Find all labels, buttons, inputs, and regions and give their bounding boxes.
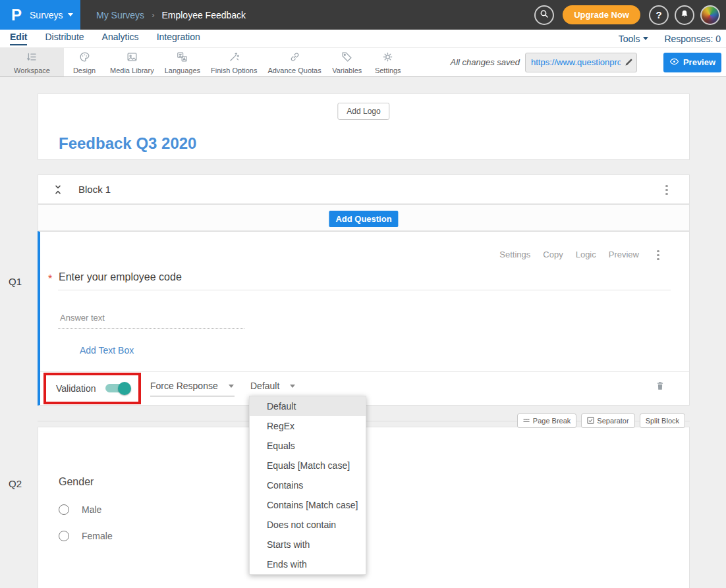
- question1-text[interactable]: Enter your employee code: [59, 271, 182, 283]
- force-response-value: Force Response: [150, 381, 218, 391]
- checkbox-icon: [587, 417, 594, 425]
- block-kebab-menu-icon[interactable]: [662, 184, 671, 196]
- dropdown-option-starts-with[interactable]: Starts with: [250, 535, 366, 554]
- tab-distribute[interactable]: Distribute: [45, 32, 84, 45]
- eye-icon: [669, 57, 679, 68]
- toolbar-item-label: Variables: [332, 67, 362, 74]
- separator-label: Separator: [597, 417, 628, 425]
- survey-title[interactable]: Feedback Q3 2020: [59, 134, 196, 153]
- radio-option-label: Male: [82, 504, 101, 515]
- validation-label: Validation: [56, 383, 96, 394]
- notifications-button[interactable]: [675, 5, 694, 25]
- validation-type-select[interactable]: Default: [250, 381, 290, 396]
- question1-card: Settings Copy Logic Preview * Enter your…: [38, 231, 690, 406]
- block-header: Block 1: [38, 174, 690, 204]
- tab-edit[interactable]: Edit: [10, 32, 27, 45]
- tab-analytics[interactable]: Analytics: [102, 32, 139, 45]
- delete-question-button[interactable]: [654, 379, 666, 392]
- question-preview-link[interactable]: Preview: [609, 250, 639, 259]
- help-button[interactable]: ?: [649, 5, 669, 25]
- tools-menu[interactable]: Tools: [619, 34, 649, 44]
- force-response-select[interactable]: Force Response: [150, 381, 235, 396]
- search-icon: [539, 9, 549, 22]
- breadcrumb: My Surveys › Employee Feedback: [96, 0, 246, 30]
- toolbar-item-media-library[interactable]: Media Library: [105, 48, 159, 76]
- top-header-bar: P Surveys My Surveys › Employee Feedback…: [0, 0, 726, 30]
- user-avatar[interactable]: [700, 5, 720, 25]
- toolbar-item-label: Design: [73, 67, 96, 74]
- chevron-down-icon: [229, 385, 234, 388]
- radio-option-male[interactable]: Male: [59, 504, 101, 515]
- radio-button-icon[interactable]: [59, 504, 69, 515]
- question-mark-icon: ?: [656, 9, 661, 20]
- dropdown-option-contains[interactable]: Contains: [250, 475, 366, 495]
- dropdown-option-equals[interactable]: Equals: [250, 436, 366, 456]
- question-kebab-menu-icon[interactable]: [654, 249, 663, 261]
- toolbar-item-finish-options[interactable]: Finish Options: [206, 48, 262, 76]
- survey-url-input[interactable]: [525, 53, 637, 72]
- split-block-label: Split Block: [646, 417, 679, 425]
- validation-toggle[interactable]: [105, 384, 130, 392]
- survey-url-box: [525, 53, 637, 72]
- upgrade-now-button[interactable]: Upgrade Now: [563, 5, 640, 24]
- chevron-down-icon: [68, 13, 73, 16]
- radio-button-icon[interactable]: [59, 531, 69, 541]
- responses-count[interactable]: Responses: 0: [664, 34, 721, 44]
- page-break-label: Page Break: [533, 417, 571, 425]
- tab-integration[interactable]: Integration: [157, 32, 200, 45]
- add-question-button[interactable]: Add Question: [329, 211, 398, 227]
- chain-link-icon: [289, 51, 301, 66]
- toolbar-item-design[interactable]: Design: [64, 48, 105, 76]
- toolbar-right-group: All changes saved Preview: [450, 48, 721, 76]
- edit-pencil-icon[interactable]: [624, 57, 634, 67]
- breadcrumb-current-survey: Employee Feedback: [161, 10, 246, 20]
- breadcrumb-separator: ›: [152, 10, 154, 20]
- toolbar-item-advance-quotas[interactable]: Advance Quotas: [262, 48, 326, 76]
- question2-code: Q2: [9, 478, 22, 489]
- answer-field-underline: [58, 328, 244, 329]
- questionpro-survey-editor: P Surveys My Surveys › Employee Feedback…: [0, 0, 726, 588]
- dropdown-option-does-not-contain[interactable]: Does not contain: [250, 515, 366, 535]
- dropdown-option-contains-match-case[interactable]: Contains [Match case]: [250, 495, 366, 515]
- preview-label: Preview: [683, 57, 715, 67]
- collapse-block-icon[interactable]: [52, 184, 64, 196]
- page-break-button[interactable]: Page Break: [517, 414, 576, 428]
- dropdown-option-ends-with[interactable]: Ends with: [250, 554, 366, 574]
- gear-icon: [381, 51, 394, 66]
- breadcrumb-my-surveys[interactable]: My Surveys: [96, 10, 144, 20]
- radio-option-female[interactable]: Female: [59, 531, 113, 541]
- add-logo-button[interactable]: Add Logo: [337, 103, 389, 120]
- toolbar-item-languages[interactable]: Languages: [159, 48, 206, 76]
- toggle-knob: [118, 382, 131, 395]
- survey-header-card: Add Logo Feedback Q3 2020: [38, 94, 690, 160]
- block-name[interactable]: Block 1: [78, 184, 111, 195]
- answer-text-placeholder[interactable]: Answer text: [60, 313, 105, 323]
- magic-wand-icon: [228, 51, 240, 66]
- question2-text[interactable]: Gender: [59, 476, 94, 488]
- product-menu-label: Surveys: [30, 10, 63, 20]
- search-button[interactable]: [534, 5, 554, 25]
- question1-code: Q1: [9, 276, 22, 287]
- dropdown-option-equals-match-case[interactable]: Equals [Match case]: [250, 456, 366, 475]
- preview-button[interactable]: Preview: [663, 53, 721, 72]
- toolbar-item-workspace[interactable]: Workspace: [0, 48, 64, 76]
- toolbar-item-settings[interactable]: Settings: [368, 48, 408, 76]
- main-nav-tabs: Edit Distribute Analytics Integration To…: [0, 30, 726, 48]
- chevron-down-icon: [643, 37, 648, 40]
- separator-button[interactable]: Separator: [581, 414, 634, 428]
- required-asterisk: *: [48, 273, 52, 285]
- question-settings-link[interactable]: Settings: [499, 250, 530, 259]
- question-logic-link[interactable]: Logic: [576, 250, 596, 259]
- split-block-button[interactable]: Split Block: [640, 414, 685, 428]
- survey-canvas: Add Logo Feedback Q3 2020 Block 1 Add Qu…: [0, 77, 726, 588]
- add-text-box-link[interactable]: Add Text Box: [80, 345, 134, 356]
- product-menu[interactable]: P Surveys: [0, 0, 80, 30]
- dropdown-option-regex[interactable]: RegEx: [250, 416, 366, 436]
- block-action-buttons: Page Break Separator Split Block: [517, 414, 685, 428]
- toolbar-item-label: Finish Options: [211, 67, 257, 74]
- languages-icon: [176, 51, 188, 66]
- toolbar-item-variables[interactable]: Variables: [327, 48, 368, 76]
- question-copy-link[interactable]: Copy: [543, 250, 563, 259]
- bell-icon: [679, 9, 690, 22]
- dropdown-option-default[interactable]: Default: [250, 396, 366, 416]
